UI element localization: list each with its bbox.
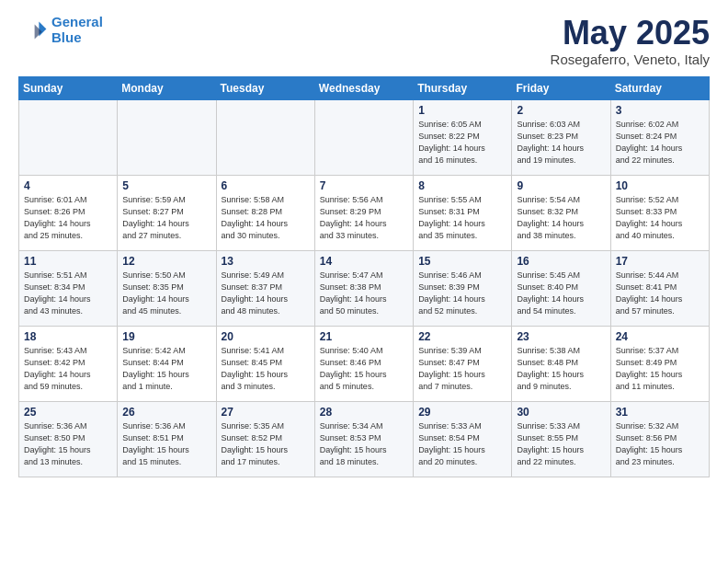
calendar-cell: 5Sunrise: 5:59 AM Sunset: 8:27 PM Daylig… [118,175,216,250]
calendar-cell: 11Sunrise: 5:51 AM Sunset: 8:34 PM Dayli… [19,250,118,326]
calendar-cell: 25Sunrise: 5:36 AM Sunset: 8:50 PM Dayli… [19,401,118,477]
calendar-cell [314,99,413,175]
calendar-cell: 23Sunrise: 5:38 AM Sunset: 8:48 PM Dayli… [512,326,610,401]
calendar-cell [216,99,314,175]
day-number: 26 [122,406,210,419]
day-info: Sunrise: 5:33 AM Sunset: 8:55 PM Dayligh… [517,420,605,468]
day-info: Sunrise: 5:52 AM Sunset: 8:33 PM Dayligh… [616,194,704,242]
day-number: 11 [24,255,112,268]
header: General Blue May 2025 Rosegaferro, Venet… [18,15,710,67]
day-info: Sunrise: 5:47 AM Sunset: 8:38 PM Dayligh… [320,270,408,317]
calendar-cell: 10Sunrise: 5:52 AM Sunset: 8:33 PM Dayli… [610,175,709,250]
calendar-cell: 7Sunrise: 5:56 AM Sunset: 8:29 PM Daylig… [314,175,413,250]
day-number: 17 [616,255,704,268]
day-info: Sunrise: 5:33 AM Sunset: 8:54 PM Dayligh… [418,420,506,468]
day-number: 24 [616,330,704,343]
calendar-cell: 8Sunrise: 5:55 AM Sunset: 8:31 PM Daylig… [414,175,512,250]
day-number: 13 [222,255,310,268]
week-row-1: 1Sunrise: 6:05 AM Sunset: 8:22 PM Daylig… [19,99,710,175]
day-number: 27 [222,406,310,419]
day-number: 29 [418,406,506,419]
logo-line1: General [51,14,103,29]
calendar-cell: 9Sunrise: 5:54 AM Sunset: 8:32 PM Daylig… [512,175,610,250]
day-number: 16 [517,255,605,268]
calendar-cell: 24Sunrise: 5:37 AM Sunset: 8:49 PM Dayli… [610,326,709,401]
day-number: 30 [517,406,605,419]
day-info: Sunrise: 6:05 AM Sunset: 8:22 PM Dayligh… [418,119,506,167]
day-number: 2 [517,104,605,117]
calendar-cell: 13Sunrise: 5:49 AM Sunset: 8:37 PM Dayli… [216,250,314,326]
weekday-header-saturday: Saturday [610,76,709,99]
day-number: 25 [24,406,112,419]
logo-line2: Blue [51,29,82,45]
day-number: 1 [418,104,506,117]
day-info: Sunrise: 5:45 AM Sunset: 8:40 PM Dayligh… [517,270,605,317]
day-info: Sunrise: 5:43 AM Sunset: 8:42 PM Dayligh… [24,345,112,393]
day-number: 9 [517,179,605,192]
day-number: 4 [24,179,112,192]
day-info: Sunrise: 5:36 AM Sunset: 8:51 PM Dayligh… [122,420,210,468]
calendar-cell: 4Sunrise: 6:01 AM Sunset: 8:26 PM Daylig… [19,175,118,250]
calendar-cell: 14Sunrise: 5:47 AM Sunset: 8:38 PM Dayli… [314,250,413,326]
day-number: 15 [418,255,506,268]
day-number: 7 [320,179,408,192]
logo-icon [18,16,48,45]
calendar-cell: 1Sunrise: 6:05 AM Sunset: 8:22 PM Daylig… [414,99,512,175]
calendar-cell: 27Sunrise: 5:35 AM Sunset: 8:52 PM Dayli… [216,401,314,477]
day-info: Sunrise: 5:32 AM Sunset: 8:56 PM Dayligh… [616,420,704,468]
day-info: Sunrise: 6:02 AM Sunset: 8:24 PM Dayligh… [616,119,704,167]
calendar-cell: 3Sunrise: 6:02 AM Sunset: 8:24 PM Daylig… [610,99,709,175]
day-number: 20 [222,330,310,343]
calendar-cell: 22Sunrise: 5:39 AM Sunset: 8:47 PM Dayli… [414,326,512,401]
day-number: 10 [616,179,704,192]
calendar-cell: 28Sunrise: 5:34 AM Sunset: 8:53 PM Dayli… [314,401,413,477]
week-row-5: 25Sunrise: 5:36 AM Sunset: 8:50 PM Dayli… [19,401,710,477]
calendar-cell: 26Sunrise: 5:36 AM Sunset: 8:51 PM Dayli… [118,401,216,477]
day-info: Sunrise: 6:03 AM Sunset: 8:23 PM Dayligh… [517,119,605,167]
day-info: Sunrise: 5:35 AM Sunset: 8:52 PM Dayligh… [222,420,310,468]
calendar-cell: 20Sunrise: 5:41 AM Sunset: 8:45 PM Dayli… [216,326,314,401]
day-info: Sunrise: 5:59 AM Sunset: 8:27 PM Dayligh… [122,194,210,242]
day-number: 3 [616,104,704,117]
day-info: Sunrise: 5:54 AM Sunset: 8:32 PM Dayligh… [517,194,605,242]
day-number: 21 [320,330,408,343]
day-info: Sunrise: 5:40 AM Sunset: 8:46 PM Dayligh… [320,345,408,393]
day-info: Sunrise: 5:34 AM Sunset: 8:53 PM Dayligh… [320,420,408,468]
calendar-cell: 31Sunrise: 5:32 AM Sunset: 8:56 PM Dayli… [610,401,709,477]
title-block: May 2025 Rosegaferro, Veneto, Italy [551,15,710,67]
day-info: Sunrise: 5:36 AM Sunset: 8:50 PM Dayligh… [24,420,112,468]
day-number: 18 [24,330,112,343]
day-info: Sunrise: 5:58 AM Sunset: 8:28 PM Dayligh… [222,194,310,242]
day-info: Sunrise: 5:44 AM Sunset: 8:41 PM Dayligh… [616,270,704,317]
weekday-header-sunday: Sunday [19,76,118,99]
day-info: Sunrise: 6:01 AM Sunset: 8:26 PM Dayligh… [24,194,112,242]
calendar-cell [118,99,216,175]
week-row-4: 18Sunrise: 5:43 AM Sunset: 8:42 PM Dayli… [19,326,710,401]
day-info: Sunrise: 5:46 AM Sunset: 8:39 PM Dayligh… [418,270,506,317]
day-info: Sunrise: 5:38 AM Sunset: 8:48 PM Dayligh… [517,345,605,393]
day-number: 22 [418,330,506,343]
calendar-cell: 18Sunrise: 5:43 AM Sunset: 8:42 PM Dayli… [19,326,118,401]
day-info: Sunrise: 5:50 AM Sunset: 8:35 PM Dayligh… [122,270,210,317]
day-number: 12 [122,255,210,268]
day-number: 19 [122,330,210,343]
weekday-header-thursday: Thursday [414,76,512,99]
day-info: Sunrise: 5:56 AM Sunset: 8:29 PM Dayligh… [320,194,408,242]
weekday-header-wednesday: Wednesday [314,76,413,99]
calendar-table: SundayMondayTuesdayWednesdayThursdayFrid… [18,76,710,477]
day-info: Sunrise: 5:49 AM Sunset: 8:37 PM Dayligh… [222,270,310,317]
calendar-cell: 21Sunrise: 5:40 AM Sunset: 8:46 PM Dayli… [314,326,413,401]
weekday-header-friday: Friday [512,76,610,99]
weekday-header-monday: Monday [118,76,216,99]
day-info: Sunrise: 5:41 AM Sunset: 8:45 PM Dayligh… [222,345,310,393]
location: Rosegaferro, Veneto, Italy [551,52,710,67]
calendar-header: SundayMondayTuesdayWednesdayThursdayFrid… [19,76,710,99]
day-number: 8 [418,179,506,192]
weekday-row: SundayMondayTuesdayWednesdayThursdayFrid… [19,76,710,99]
day-info: Sunrise: 5:39 AM Sunset: 8:47 PM Dayligh… [418,345,506,393]
day-number: 14 [320,255,408,268]
day-info: Sunrise: 5:55 AM Sunset: 8:31 PM Dayligh… [418,194,506,242]
day-info: Sunrise: 5:51 AM Sunset: 8:34 PM Dayligh… [24,270,112,317]
day-info: Sunrise: 5:42 AM Sunset: 8:44 PM Dayligh… [122,345,210,393]
week-row-3: 11Sunrise: 5:51 AM Sunset: 8:34 PM Dayli… [19,250,710,326]
